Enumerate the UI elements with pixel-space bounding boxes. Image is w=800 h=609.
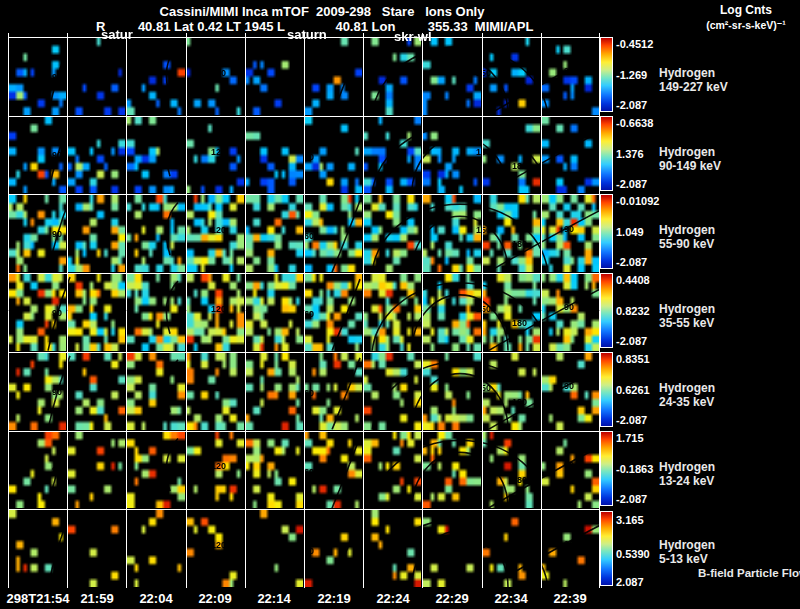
cbar-tick-mid: 0.8232 (616, 305, 650, 317)
colorbar-row2 (600, 116, 613, 191)
cbar-tick-top: 0.8351 (616, 353, 650, 365)
cbar-tick-top: -0.4512 (616, 38, 653, 50)
panel-label-row6: Hydrogen 13-24 keV (659, 460, 715, 488)
cbar-tick-bot: -2.087 (616, 493, 647, 505)
cbar-tick-bot: -2.087 (616, 99, 647, 111)
cbar-tick-mid: 0.6261 (616, 384, 650, 396)
cbar-tick-top: 0.4408 (616, 274, 650, 286)
panel-label-row3: Hydrogen 55-90 keV (659, 223, 715, 251)
page-title: Cassini/MIMI Inca mTOF 2009-298 Stare Io… (0, 4, 644, 19)
units-line1: Log Cnts (694, 3, 798, 17)
species-label: Hydrogen (659, 223, 715, 237)
event-label-saturn: saturn (287, 27, 327, 42)
cbar-tick-top: 1.715 (616, 432, 644, 444)
time-tick: 22:14 (257, 591, 290, 606)
cbar-tick-mid: 0.5390 (616, 548, 650, 560)
cbar-tick-mid: 1.376 (616, 148, 644, 160)
colorbar-units-label: Log Cnts (cm²-sr-s-keV)⁻¹ (694, 3, 798, 31)
time-tick: 21:59 (80, 591, 113, 606)
energy-label: 24-35 keV (659, 395, 715, 409)
panel-label-row1: Hydrogen 149-227 keV (659, 66, 728, 94)
event-label-satur: satur (101, 27, 133, 42)
species-label: Hydrogen (659, 302, 715, 316)
energy-label: 35-55 keV (659, 316, 715, 330)
panel-label-row2: Hydrogen 90-149 keV (659, 145, 721, 173)
species-label: Hydrogen (659, 381, 715, 395)
species-label: Hydrogen (659, 460, 715, 474)
colorbar-row5 (600, 352, 613, 427)
cbar-tick-mid: 1.049 (616, 226, 644, 238)
energy-label: 90-149 keV (659, 159, 721, 173)
units-line2: (cm²-sr-s-keV)⁻¹ (694, 19, 798, 31)
time-tick: 298T21:54 (7, 591, 70, 606)
species-label: Hydrogen (659, 538, 715, 552)
event-label-skr-wl: skr-wl (394, 29, 432, 44)
colorbar-row3 (600, 194, 613, 269)
colorbar-row4 (600, 273, 613, 348)
panel-label-row5: Hydrogen 24-35 keV (659, 381, 715, 409)
bfield-particle-flow-note: B-field Particle Flow (698, 567, 800, 579)
cbar-tick-bot: -2.087 (616, 256, 647, 268)
cbar-tick-bot: -2.087 (616, 414, 647, 426)
cbar-tick-top: -0.01092 (616, 195, 659, 207)
cbar-tick-mid: -1.269 (616, 69, 647, 81)
colorbar-row1 (600, 37, 613, 112)
energy-label: 13-24 keV (659, 474, 715, 488)
cbar-tick-mid: -0.1863 (616, 463, 653, 475)
cbar-tick-top: -0.6638 (616, 117, 653, 129)
time-tick: 22:39 (553, 591, 586, 606)
time-tick: 22:04 (139, 591, 172, 606)
time-tick: 22:34 (494, 591, 527, 606)
colorbar-row6 (600, 431, 613, 506)
colorbar-row7 (600, 511, 613, 586)
cbar-tick-top: 3.165 (616, 514, 644, 526)
energy-label: 149-227 keV (659, 80, 728, 94)
species-label: Hydrogen (659, 66, 728, 80)
cbar-tick-bot: 2.087 (616, 576, 644, 588)
species-label: Hydrogen (659, 145, 721, 159)
time-tick: 22:09 (198, 591, 231, 606)
energy-label: 55-90 keV (659, 237, 715, 251)
energy-label: 5-13 keV (659, 552, 715, 566)
time-tick: 22:24 (376, 591, 409, 606)
time-tick: 22:19 (317, 591, 350, 606)
cbar-tick-bot: -2.087 (616, 178, 647, 190)
spectrogram-canvas (8, 33, 600, 588)
cbar-tick-bot: -2.087 (616, 335, 647, 347)
time-tick: 22:29 (435, 591, 468, 606)
panel-label-row7: Hydrogen 5-13 keV (659, 538, 715, 566)
panel-label-row4: Hydrogen 35-55 keV (659, 302, 715, 330)
